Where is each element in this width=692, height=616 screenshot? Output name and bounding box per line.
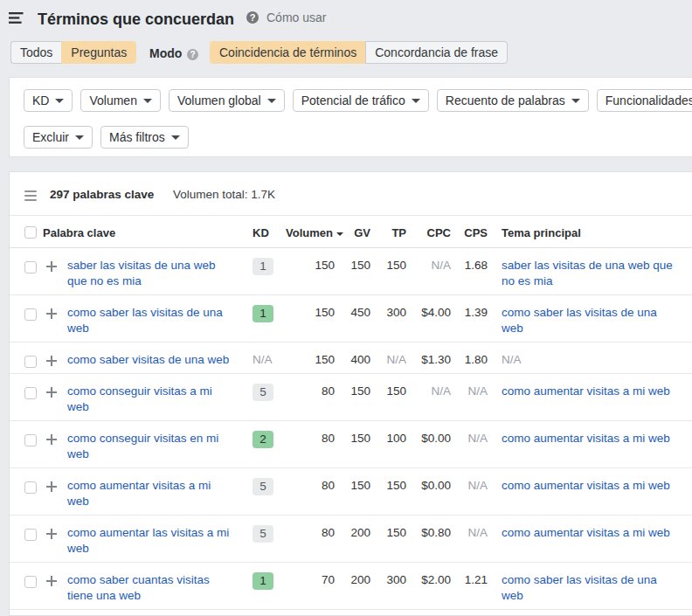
keyword-cell: como conseguir visitas a mi web [67,384,253,415]
how-to-use-link[interactable]: Cómo usar [266,10,326,25]
filter-recuento-palabras[interactable]: Recuento de palabras [437,89,589,112]
caret-down-icon [412,99,420,103]
menu-bar-3 [9,21,22,23]
kd-badge: 5 [253,478,273,495]
filter-volumen[interactable]: Volumen [80,89,160,112]
table-rows: saber las visitas de una web que no es m… [10,248,692,610]
list-menu-icon[interactable] [24,190,37,201]
keyword-link[interactable]: como saber las visitas de una web [67,306,223,335]
select-all-checkbox[interactable] [24,226,37,239]
col-kd[interactable]: KD [253,226,269,239]
table-row: como aumentar visitas a mi web580150150$… [10,468,692,516]
tab-todos[interactable]: Todos [10,41,61,64]
tab-coincidencia-terminos[interactable]: Coincidencia de términos [210,41,365,64]
cps-value: 1.21 [465,573,488,586]
cps: 1.39 [435,305,488,321]
cps: 1.80 [435,352,488,368]
topic-link[interactable]: como aumentar visitas a mi web [502,384,670,398]
topic-link[interactable]: como saber las visitas de una web [502,306,657,335]
kd-badge: 5 [253,384,273,401]
plus-icon[interactable] [46,529,57,539]
plus-icon[interactable] [46,481,57,492]
help-icon[interactable]: ? [246,11,259,24]
row-checkbox[interactable] [24,434,37,446]
kd-cell: 2 [253,431,273,448]
volume-value: 80 [322,384,335,398]
keyword-link[interactable]: como aumentar las visitas a mi web [67,526,229,555]
col-gv[interactable]: GV [336,226,370,239]
row-checkbox[interactable] [24,576,37,588]
row-checkbox[interactable] [24,356,37,368]
table-row: como saber cuantas visitas tiene una web… [10,563,692,610]
tab-preguntas[interactable]: Preguntas [61,41,136,64]
topic-link[interactable]: como aumentar visitas a mi web [502,479,670,492]
filter-kd[interactable]: KD [24,89,73,112]
cps: N/A [435,525,488,541]
keyword-link[interactable]: saber las visitas de una web que no es m… [67,259,216,287]
table-toolbar: 297 palabras clave Volumen total: 1.7K [10,172,692,216]
plus-icon[interactable] [46,356,57,366]
volume: 80 [279,384,335,399]
list-bar [24,190,37,192]
col-palabra-clave[interactable]: Palabra clave [43,226,115,239]
plus-icon[interactable] [46,387,57,398]
caret-down-icon [143,99,152,103]
table-row: como conseguir visitas en mi web28015010… [10,421,692,468]
plus-icon[interactable] [46,576,57,586]
keyword-link[interactable]: como aumentar visitas a mi web [67,479,211,508]
gv: 150 [336,431,370,446]
cps-value: N/A [467,432,488,445]
keyword-link[interactable]: como saber visitas de una web [67,353,229,366]
mode-help-icon[interactable]: ? [187,49,198,60]
gv: 200 [336,572,370,588]
keyword-cell: como saber visitas de una web [67,352,253,368]
keyword-cell: como conseguir visitas en mi web [67,431,253,462]
cps-value: N/A [467,526,488,539]
volume: 80 [279,478,335,494]
add-keyword-cell [46,529,57,539]
tab-concordancia-frase[interactable]: Concordancia de frase [365,41,508,64]
caret-down-icon [267,99,276,103]
topic-link[interactable]: como saber las visitas de una web [502,573,657,602]
col-cps[interactable]: CPS [435,226,488,239]
gv-value: 450 [350,306,370,319]
plus-icon[interactable] [46,434,57,445]
topic-link[interactable]: como aumentar visitas a mi web [502,526,670,539]
keyword-link[interactable]: como saber cuantas visitas tiene una web [67,573,210,602]
row-checkbox[interactable] [24,387,37,399]
caret-down-icon [55,99,64,103]
add-keyword-cell [46,387,57,398]
row-checkbox[interactable] [24,481,37,494]
cps-value: 1.68 [465,259,488,272]
filter-volumen-global[interactable]: Volumen global [169,89,285,112]
row-checkbox[interactable] [24,308,37,321]
filter-funcionalidades[interactable]: Funcionalidades [597,89,692,112]
cps: N/A [435,478,488,494]
plus-icon[interactable] [46,308,57,319]
filter-potencial-trafico[interactable]: Potencial de tráfico [293,89,429,112]
question-tabs: Todos Preguntas [10,41,136,64]
kd-cell: 1 [253,572,273,590]
kd-badge: 5 [253,525,273,543]
topic-cell: saber las visitas de una web que no es m… [502,258,690,289]
col-tema-principal[interactable]: Tema principal [502,226,690,239]
kd-cell: 5 [253,525,273,543]
topic-link[interactable]: saber las visitas de una web que no es m… [502,259,673,287]
row-checkbox[interactable] [24,261,37,273]
kd-badge: 1 [253,572,273,590]
table-row: saber las visitas de una web que no es m… [10,248,692,295]
tabs-row: Todos Preguntas Modo ? Coincidencia de t… [0,41,692,64]
row-checkbox[interactable] [24,529,37,541]
filter-excluir[interactable]: Excluir [24,126,93,149]
filter-volumen-label: Volumen [89,93,136,107]
volume: 80 [279,525,335,541]
add-keyword-cell [46,261,57,272]
topic-link[interactable]: como aumentar visitas a mi web [502,432,670,445]
keyword-link[interactable]: como conseguir visitas a mi web [67,384,212,413]
volume: 80 [279,431,335,446]
plus-icon[interactable] [46,261,57,272]
keyword-link[interactable]: como conseguir visitas en mi web [67,432,218,460]
filter-mas-filtros[interactable]: Más filtros [100,126,189,149]
menu-icon[interactable] [9,12,24,24]
results-panel: 297 palabras clave Volumen total: 1.7K P… [9,171,692,616]
